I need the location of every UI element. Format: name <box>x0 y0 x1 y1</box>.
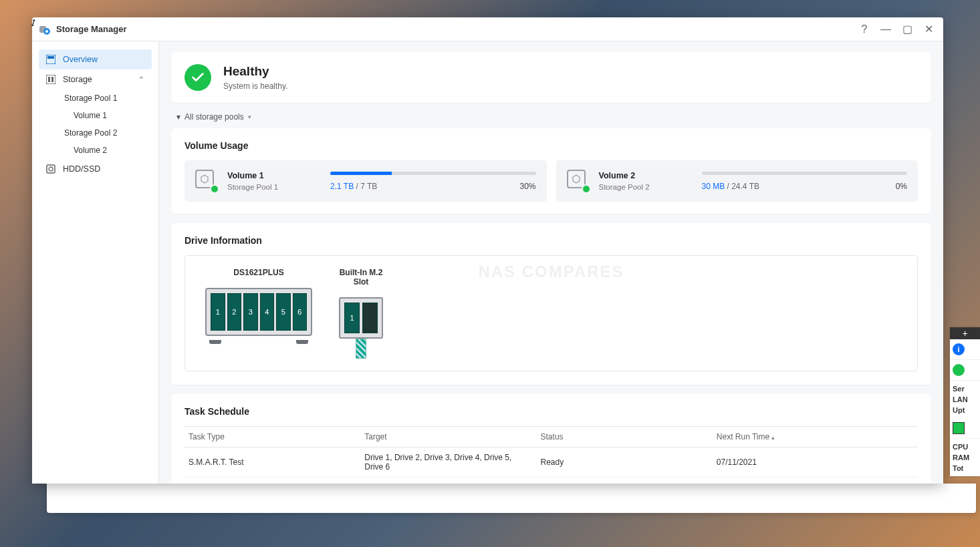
th-status[interactable]: Status <box>537 427 713 447</box>
add-widget-button[interactable]: + <box>950 327 980 339</box>
m2-chassis: 1 <box>339 297 383 339</box>
chevron-down-icon: ▾ <box>248 114 251 120</box>
monitor-icon <box>953 422 965 434</box>
health-card: Healthy System is healthy. <box>171 52 931 103</box>
window-title: Storage Manager <box>56 24 851 34</box>
svg-rect-5 <box>46 75 55 84</box>
m2-bay-1[interactable]: 1 <box>344 303 360 333</box>
svg-rect-6 <box>48 77 50 82</box>
right-widget-panel: + i Ser LAN Upt CPU RAM Tot <box>950 327 980 476</box>
volume-card-1[interactable]: Volume 1 Storage Pool 1 2.1 TB / 7 TB 30… <box>185 160 547 202</box>
drive-bay-4[interactable]: 4 <box>260 293 275 331</box>
chevron-down-icon: ▾ <box>176 112 180 122</box>
status-badge-ok <box>210 184 219 194</box>
usage-bar <box>702 172 908 175</box>
sidebar-item-vol2[interactable]: Volume 2 <box>67 142 152 159</box>
sidebar-label: Overview <box>63 55 98 64</box>
health-subtitle: System is healthy. <box>223 81 287 91</box>
label-tot: Tot <box>953 463 977 474</box>
minimize-button[interactable]: — <box>878 21 894 37</box>
used-value: 30 MB <box>702 182 725 191</box>
storage-pool-filter[interactable]: ▾ All storage pools ▾ <box>176 112 931 122</box>
volume-card-2[interactable]: Volume 2 Storage Pool 2 30 MB / 24.4 TB … <box>556 160 918 202</box>
svg-point-2 <box>45 30 48 33</box>
svg-rect-4 <box>47 56 54 59</box>
sidebar-item-storage[interactable]: Storage ⌃ <box>39 69 152 89</box>
volume-pool: Storage Pool 2 <box>599 183 693 191</box>
drive-bay-5[interactable]: 5 <box>276 293 291 331</box>
svg-point-9 <box>49 167 53 171</box>
drive-bay-3[interactable]: 3 <box>243 293 258 331</box>
maximize-button[interactable]: ▢ <box>899 21 915 37</box>
device-label: DS1621PLUS <box>205 268 312 277</box>
label-lan: LAN <box>953 394 977 405</box>
drive-info-card: Drive Information NAS COMPARES DS1621PLU… <box>171 223 931 385</box>
volume-name: Volume 1 <box>227 171 321 180</box>
svg-rect-8 <box>47 165 55 173</box>
storage-manager-icon <box>39 23 51 35</box>
help-button[interactable]: ? <box>856 21 872 37</box>
background-window-fragment <box>47 484 976 513</box>
volume-icon <box>195 170 218 192</box>
th-target[interactable]: Target <box>360 427 536 447</box>
m2-device-block: Built-In M.2 Slot 1 <box>339 268 383 359</box>
task-schedule-card: Task Schedule Task Type Target Status Ne… <box>171 394 931 484</box>
label-cpu: CPU <box>953 441 977 452</box>
watermark: NAS COMPARES <box>478 262 624 281</box>
sidebar-label: Storage <box>63 75 92 84</box>
m2-connector <box>356 339 366 359</box>
drive-bay-1[interactable]: 1 <box>211 293 225 331</box>
hdd-icon <box>45 164 56 174</box>
volume-icon <box>567 170 590 192</box>
sidebar: Overview Storage ⌃ Storage Pool 1 Volume… <box>32 41 159 484</box>
th-task-type[interactable]: Task Type <box>185 427 360 447</box>
monitor-widget-header[interactable] <box>950 418 980 439</box>
storage-manager-window: Storage Manager ? — ▢ ✕ Overview Storage… <box>32 17 943 484</box>
m2-bay-2[interactable] <box>362 303 378 333</box>
health-check-icon <box>185 64 211 91</box>
sidebar-label: Volume 1 <box>74 111 107 120</box>
section-title: Volume Usage <box>185 140 918 151</box>
sidebar-label: Storage Pool 1 <box>64 94 117 103</box>
sidebar-item-overview[interactable]: Overview <box>39 49 152 69</box>
health-title: Healthy <box>223 64 287 79</box>
sidebar-item-pool1[interactable]: Storage Pool 1 <box>57 89 152 107</box>
cell-next: 07/11/2021 <box>713 447 918 478</box>
sidebar-item-hddssd[interactable]: HDD/SSD <box>39 159 152 179</box>
close-button[interactable]: ✕ <box>921 21 937 37</box>
nas-device-block: DS1621PLUS 123456 <box>205 268 312 359</box>
section-title: Drive Information <box>185 235 918 246</box>
filter-label: All storage pools <box>185 112 244 122</box>
drive-bay-6[interactable]: 6 <box>293 293 308 331</box>
task-table: Task Type Target Status Next Run Time S.… <box>185 426 918 478</box>
volume-usage-card: Volume Usage Volume 1 Storage Pool 1 2.1… <box>171 128 931 214</box>
total-value: / 24.4 TB <box>725 182 759 191</box>
sidebar-item-vol1[interactable]: Volume 1 <box>67 107 152 124</box>
used-value: 2.1 TB <box>330 182 354 191</box>
info-icon: i <box>953 343 965 355</box>
label-ser: Ser <box>953 383 977 394</box>
usage-bar <box>330 172 536 175</box>
svg-rect-7 <box>51 77 53 82</box>
titlebar: Storage Manager ? — ▢ ✕ <box>32 17 943 41</box>
content-area: Healthy System is healthy. ▾ All storage… <box>159 41 943 484</box>
status-badge-ok <box>582 184 591 194</box>
drive-bay-2[interactable]: 2 <box>227 293 242 331</box>
health-widget-row[interactable] <box>950 360 980 381</box>
sidebar-label: HDD/SSD <box>63 164 100 174</box>
sidebar-label: Volume 2 <box>74 146 107 155</box>
overview-icon <box>45 54 56 65</box>
info-widget-header[interactable]: i <box>950 339 980 360</box>
chevron-up-icon: ⌃ <box>138 75 145 85</box>
th-next-run[interactable]: Next Run Time <box>713 427 918 447</box>
section-title: Task Schedule <box>185 406 918 417</box>
label-upt: Upt <box>953 405 977 415</box>
task-row[interactable]: S.M.A.R.T. Test Drive 1, Drive 2, Drive … <box>185 447 918 478</box>
sidebar-item-pool2[interactable]: Storage Pool 2 <box>57 124 152 142</box>
storage-icon <box>45 74 56 85</box>
cell-type: S.M.A.R.T. Test <box>185 447 360 478</box>
pct-value: 0% <box>896 182 907 191</box>
check-icon <box>953 364 965 376</box>
cell-target: Drive 1, Drive 2, Drive 3, Drive 4, Driv… <box>360 447 536 478</box>
label-ram: RAM <box>953 452 977 463</box>
